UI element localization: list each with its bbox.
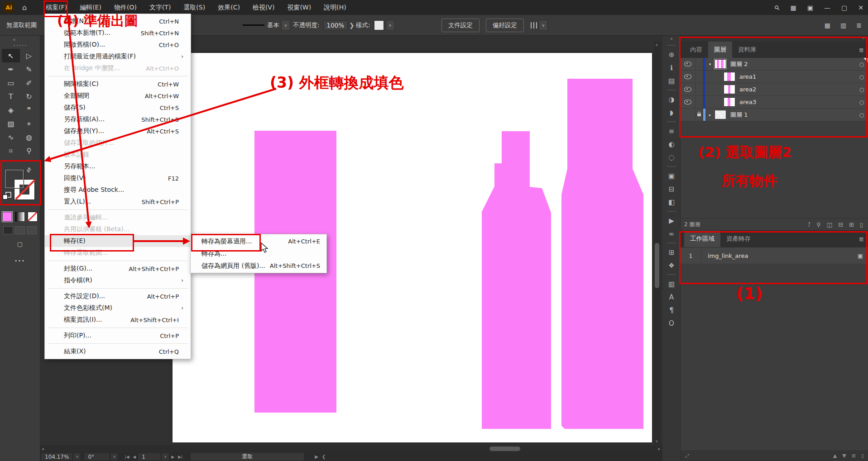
layer-row[interactable]: area1 ○ bbox=[681, 71, 868, 83]
draw-behind-mode-button[interactable] bbox=[15, 226, 25, 234]
tool-button[interactable]: ▭ bbox=[2, 76, 20, 90]
dock-panel-icon[interactable] bbox=[662, 87, 681, 93]
menubar-item[interactable]: 檢視(V) bbox=[246, 0, 281, 15]
stroke-widget[interactable]: 基本 ∨ bbox=[243, 20, 290, 31]
draw-normal-mode-button[interactable] bbox=[3, 226, 13, 234]
layers-footer-icon[interactable]: ⚲ bbox=[816, 221, 821, 228]
tool-button[interactable]: ⌖ bbox=[20, 117, 38, 130]
file-menu-item[interactable]: 儲存選取的切片... bbox=[45, 137, 191, 149]
visibility-eye-icon[interactable] bbox=[684, 62, 691, 67]
artboard-row[interactable]: 1 img_link_area ▣ bbox=[681, 247, 868, 264]
file-menu-item[interactable]: 版本記錄 bbox=[45, 149, 191, 161]
rotation-dropdown-icon[interactable]: ∨ bbox=[110, 452, 118, 461]
file-menu-item[interactable]: 指令檔(R) › bbox=[45, 275, 191, 286]
vertical-scrollbar[interactable]: ∧ ∨ bbox=[654, 42, 661, 444]
menubar-item[interactable]: 物件(O) bbox=[108, 0, 143, 15]
artboard-dropdown-icon[interactable]: ∨ bbox=[161, 452, 169, 461]
target-circle-icon[interactable]: ○ bbox=[855, 99, 868, 105]
layer-name[interactable]: 圖層 2 bbox=[730, 60, 855, 68]
file-menu-item[interactable]: 儲存拷貝(Y)... Alt+Ctrl+S bbox=[45, 125, 191, 137]
layer-name[interactable]: area1 bbox=[739, 73, 855, 80]
layer-name[interactable]: area2 bbox=[739, 86, 855, 93]
gradient-button[interactable] bbox=[15, 212, 25, 222]
artboard-page-icon[interactable]: ▣ bbox=[858, 252, 863, 259]
dock-panel-icon[interactable]: ∞ bbox=[662, 227, 681, 240]
layer-thumbnail[interactable] bbox=[724, 72, 735, 81]
control-right-icon[interactable]: ▦ bbox=[825, 22, 830, 29]
layer-thumbnail[interactable] bbox=[724, 97, 735, 107]
scroll-down-icon[interactable]: ∨ bbox=[655, 439, 658, 443]
document-setup-button[interactable]: 文件設定 bbox=[441, 19, 480, 32]
dock-panel-icon[interactable] bbox=[662, 119, 681, 124]
file-menu-item[interactable]: 邀請參與編輯... bbox=[45, 212, 191, 223]
file-menu-item[interactable] bbox=[45, 342, 191, 346]
file-menu-item[interactable]: 在 Bridge 中瀏覽... Alt+Ctrl+O bbox=[45, 62, 191, 74]
artboards-footer-icon[interactable]: ▯ bbox=[861, 453, 864, 459]
dock-panel-icon[interactable]: ▤ bbox=[662, 74, 681, 87]
dock-panel-icon[interactable] bbox=[662, 164, 681, 169]
layer-row[interactable]: area2 ○ bbox=[681, 83, 868, 96]
menubar-item[interactable]: 視窗(W) bbox=[281, 0, 317, 15]
fill-color-swatch-pink[interactable] bbox=[5, 169, 24, 189]
file-menu-item[interactable]: 另存新檔(A)... Shift+Ctrl+S bbox=[45, 114, 191, 125]
color-button[interactable] bbox=[2, 212, 12, 222]
scroll-left-icon[interactable]: ◂ bbox=[42, 447, 44, 451]
dock-panel-icon[interactable]: ¶ bbox=[662, 304, 681, 317]
stroke-style-value[interactable]: 基本 bbox=[267, 21, 279, 29]
layers-panel-menu-icon[interactable]: ≣ bbox=[859, 47, 864, 53]
dock-panel-icon[interactable]: O bbox=[662, 317, 681, 330]
file-menu-item[interactable]: 轉存選取範圍... bbox=[45, 247, 191, 259]
menubar-item[interactable]: 說明(H) bbox=[317, 0, 352, 15]
dock-panel-icon[interactable]: ⊛ bbox=[662, 48, 681, 61]
dock-panel-icon[interactable]: ◧ bbox=[662, 195, 681, 209]
opacity-expand-icon[interactable]: ❯ bbox=[349, 22, 354, 29]
tool-button[interactable]: ◈ bbox=[2, 103, 20, 117]
zoom-dropdown-icon[interactable]: ∨ bbox=[73, 452, 81, 461]
style-dropdown-icon[interactable]: ∨ bbox=[386, 20, 395, 31]
menubar-item[interactable]: 選取(S) bbox=[177, 0, 211, 15]
toolbar-collapse-icon[interactable]: « bbox=[0, 35, 40, 44]
dock-panel-icon[interactable]: ℹ bbox=[662, 61, 681, 74]
file-menu-item[interactable]: 檔案資訊(I)... Alt+Shift+Ctrl+I bbox=[45, 314, 191, 326]
scroll-up-icon[interactable]: ∧ bbox=[655, 43, 658, 47]
file-menu-item[interactable]: 儲存(S) Ctrl+S bbox=[45, 102, 191, 114]
rotation-field[interactable]: 0° bbox=[84, 452, 110, 461]
export-submenu-item[interactable]: 轉存為... bbox=[191, 247, 326, 260]
default-fill-mini-swatch[interactable] bbox=[3, 195, 8, 200]
layer-thumbnail[interactable] bbox=[724, 85, 735, 94]
align-dropdown-icon[interactable]: ∨ bbox=[539, 20, 548, 31]
file-menu-item[interactable] bbox=[45, 286, 191, 290]
target-circle-icon[interactable]: ○ bbox=[855, 112, 868, 118]
artboards-footer-icon[interactable]: ⊞ bbox=[852, 453, 856, 459]
panel-tab[interactable]: 圖層 bbox=[708, 42, 732, 58]
layers-footer-icon[interactable]: ⤴ bbox=[808, 221, 811, 228]
file-menu-item[interactable]: 開啟舊檔(O)... Ctrl+O bbox=[45, 39, 191, 51]
menubar-item[interactable]: 編輯(E) bbox=[73, 0, 108, 15]
horizontal-scrollbar-thumb[interactable] bbox=[489, 447, 520, 451]
dock-panel-icon[interactable]: ▥ bbox=[662, 277, 681, 290]
layers-footer-icon[interactable]: ⊟ bbox=[838, 221, 843, 228]
style-swatch[interactable] bbox=[374, 20, 384, 30]
file-menu-item[interactable]: 另存範本... bbox=[45, 161, 191, 172]
screen-mode-button[interactable]: ▢ bbox=[0, 241, 40, 247]
layer-row[interactable]: ▾ 圖層 2 ○ bbox=[681, 58, 868, 71]
panel-tab[interactable]: 工作區域 bbox=[684, 231, 720, 247]
file-menu-item[interactable]: 轉存(E) › bbox=[45, 235, 191, 247]
layer-name[interactable]: 圖層 1 bbox=[730, 111, 855, 119]
dock-collapse-icon[interactable]: « bbox=[670, 36, 673, 43]
search-icon[interactable]: ⚲ bbox=[773, 3, 782, 12]
tool-button[interactable]: ▧ bbox=[2, 117, 20, 130]
dock-panel-icon[interactable]: ▣ bbox=[662, 169, 681, 182]
dock-panel-icon[interactable] bbox=[662, 43, 681, 48]
artboard-name[interactable]: img_link_area bbox=[708, 252, 858, 259]
target-circle-icon[interactable]: ○ bbox=[855, 61, 868, 67]
tool-button[interactable]: ◍ bbox=[20, 130, 38, 144]
file-menu-item[interactable]: 全部關閉 Alt+Ctrl+W bbox=[45, 90, 191, 102]
dock-panel-icon[interactable]: ◗ bbox=[662, 106, 681, 119]
dock-panel-icon[interactable]: A bbox=[662, 290, 681, 304]
home-icon[interactable]: ⌂ bbox=[22, 3, 27, 12]
prev-artboard-icon[interactable]: ◀ bbox=[133, 455, 136, 459]
file-menu-item[interactable]: 打開最近使用過的檔案(F) › bbox=[45, 51, 191, 62]
maximize-button[interactable]: ▢ bbox=[841, 4, 847, 11]
vertical-scrollbar-thumb[interactable] bbox=[655, 243, 659, 288]
